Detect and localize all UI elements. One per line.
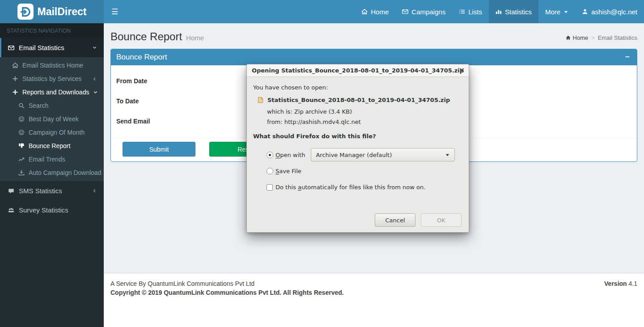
page-subtitle: Home (186, 34, 204, 42)
dialog-file-details: which is: Zip archive (3.4 KB) from: htt… (267, 106, 462, 127)
nav-label: Campaigns (411, 8, 445, 16)
chevron-left-icon (92, 188, 97, 193)
footer-service-line: A Service By QuantumLink Communications … (110, 280, 637, 287)
sidebar-item-bounce-report[interactable]: Bounce Report (0, 139, 104, 153)
breadcrumb-current: Email Statistics (598, 34, 637, 41)
user-icon (582, 8, 588, 15)
caret-down-icon (564, 9, 568, 14)
sidebar-item-reports-and-downloads[interactable]: Reports and Downloads (0, 85, 104, 99)
envelope-icon (402, 8, 408, 15)
panel-title: Bounce Report (116, 53, 167, 62)
sidebar-toggle-icon[interactable]: ☰ (104, 0, 126, 23)
maildirect-logo-icon (17, 4, 34, 20)
download-icon (18, 170, 25, 176)
sidebar-item-statistics-by-services[interactable]: Statistics by Services (0, 72, 104, 85)
nav-item-campaigns[interactable]: Campaigns (395, 0, 452, 23)
list-icon (459, 8, 465, 15)
chevron-down-icon (92, 45, 97, 50)
dialog-filename: Statistics_Bounce_2018-08-01_to_2019-04-… (267, 97, 450, 103)
sidebar-item-label: Email Statistics (19, 44, 64, 51)
do-automatically-checkbox[interactable] (267, 184, 273, 191)
sidebar-item-email-trends[interactable]: Email Trends (0, 153, 104, 166)
brand-name: MailDirect (38, 6, 87, 18)
chevron-down-icon (93, 90, 98, 95)
nav-item-more[interactable]: More (538, 0, 575, 23)
open-with-dropdown[interactable]: Archive Manager (default) (311, 148, 455, 161)
do-automatically-row: Do this automatically for files like thi… (267, 184, 462, 191)
nav-label: Home (371, 8, 389, 16)
nav-item-lists[interactable]: Lists (452, 0, 489, 23)
dropdown-caret-icon (445, 153, 450, 157)
submit-button[interactable]: Submit (123, 142, 195, 157)
save-file-radio[interactable] (267, 168, 273, 174)
sidebar-item-email-statistics-home[interactable]: Email Statistics Home (0, 59, 104, 72)
dialog-titlebar[interactable]: Opening Statistics_Bounce_2018-08-01_to_… (247, 64, 469, 77)
dialog-intro-text: You have chosen to open: (253, 84, 462, 91)
firefox-download-dialog: Opening Statistics_Bounce_2018-08-01_to_… (246, 64, 469, 233)
do-automatically-label: Do this automatically for files like thi… (275, 184, 425, 191)
dropdown-value: Archive Manager (default) (316, 152, 392, 158)
content-header: Bounce Report Home Home > Email Statisti… (104, 23, 644, 49)
open-with-row: Open with Archive Manager (default) (267, 148, 462, 161)
thumbs-down-icon (18, 143, 25, 149)
sidebar-item-best-day-of-week[interactable]: Best Day of Week (0, 112, 104, 126)
dialog-question: What should Firefox do with this file? (253, 133, 462, 140)
bar-chart-icon (496, 8, 502, 15)
cancel-button[interactable]: Cancel (375, 213, 415, 227)
nav-label: Lists (468, 8, 482, 16)
breadcrumb-separator: > (591, 34, 595, 41)
sidebar-item-label: Campaign Of Month (29, 129, 85, 136)
sidebar-section-header: STATISTICS NAVIGATION (0, 23, 104, 38)
version-label: Version (604, 280, 627, 287)
sidebar-item-survey-statistics[interactable]: Survey Statistics (0, 200, 104, 220)
dialog-title: Opening Statistics_Bounce_2018-08-01_to_… (252, 67, 464, 74)
save-file-row: Save File (267, 168, 462, 174)
nav-label: ashish@qlc.net (591, 8, 637, 16)
footer-copyright-line: Copyright © 2019 QuantumLink Communicati… (110, 289, 637, 296)
sidebar-item-label: Survey Statistics (19, 206, 68, 214)
email-statistics-submenu: Email Statistics Home Statistics by Serv… (0, 57, 104, 181)
sidebar-item-label: Best Day of Week (29, 115, 79, 123)
nav-label: More (545, 8, 560, 16)
page-title: Bounce Report (110, 30, 182, 43)
dialog-file-row: Statistics_Bounce_2018-08-01_to_2019-04-… (257, 97, 462, 103)
sidebar-item-email-statistics[interactable]: Email Statistics (0, 38, 104, 57)
sidebar-item-search[interactable]: Search (0, 99, 104, 112)
dialog-which-is: which is: Zip archive (3.4 KB) (267, 106, 462, 117)
sidebar-item-sms-statistics[interactable]: SMS Statistics (0, 181, 104, 200)
sidebar-item-label: Search (29, 102, 48, 109)
home-icon (361, 8, 368, 15)
sidebar-item-label: Reports and Downloads (22, 89, 89, 96)
users-icon (8, 207, 14, 213)
breadcrumb-home-label: Home (573, 34, 589, 41)
home-icon (566, 35, 571, 40)
sidebar-item-auto-campaign-download[interactable]: Auto Campaign Download (0, 166, 104, 179)
collapse-icon[interactable]: − (623, 53, 631, 62)
footer-version: Version 4.1 (604, 280, 637, 287)
plus-icon (12, 76, 18, 82)
smiley-icon (18, 129, 25, 136)
nav-item-statistics[interactable]: Statistics (489, 0, 538, 23)
close-icon[interactable]: × (459, 66, 465, 74)
navbar-right: Home Campaigns Lists Statistics More ash… (355, 0, 644, 23)
top-header: MailDirect ☰ Home Campaigns Lists Statis… (0, 0, 644, 23)
sidebar-item-campaign-of-month[interactable]: Campaign Of Month (0, 126, 104, 139)
dialog-buttons: Cancel OK (375, 213, 462, 227)
breadcrumb: Home > Email Statistics (566, 34, 637, 41)
zip-file-icon (257, 97, 264, 103)
sidebar-item-label: Auto Campaign Download (29, 169, 102, 176)
envelope-icon (8, 45, 14, 51)
nav-item-home[interactable]: Home (355, 0, 395, 23)
panel-heading: Bounce Report − (111, 49, 637, 65)
smiley-icon (18, 116, 25, 122)
sidebar-item-label: Statistics by Services (22, 75, 81, 82)
open-with-radio[interactable] (267, 152, 273, 158)
version-value: 4.1 (629, 280, 637, 287)
comment-icon (8, 188, 14, 194)
home-icon (12, 62, 18, 68)
search-icon (18, 102, 25, 109)
ok-button[interactable]: OK (421, 213, 462, 227)
brand-logo[interactable]: MailDirect (0, 0, 104, 23)
breadcrumb-home-link[interactable]: Home (566, 34, 589, 41)
nav-item-user[interactable]: ashish@qlc.net (575, 0, 644, 23)
